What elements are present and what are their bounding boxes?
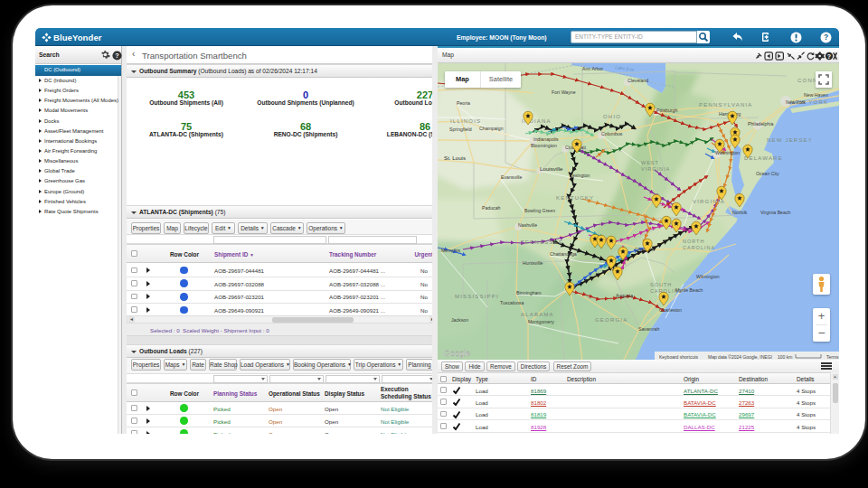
- svg-text:Keyboard shortcuts: Keyboard shortcuts: [659, 354, 699, 360]
- svg-text:Fort Wayne: Fort Wayne: [552, 89, 576, 95]
- svg-text:Virginia Beach: Virginia Beach: [760, 210, 790, 215]
- svg-text:Paducah: Paducah: [482, 205, 501, 211]
- svg-text:VIRGINIA: VIRGINIA: [693, 199, 725, 204]
- svg-text:Ocean City: Ocean City: [756, 171, 779, 176]
- svg-text:New Haven: New Haven: [804, 92, 828, 98]
- svg-text:Lexington: Lexington: [570, 173, 590, 178]
- svg-text:?: ?: [827, 53, 831, 60]
- svg-text:Indianapolis: Indianapolis: [533, 136, 559, 142]
- svg-text:TENNESSEE: TENNESSEE: [521, 239, 563, 245]
- svg-text:Ann Arbor: Ann Arbor: [582, 66, 603, 71]
- svg-text:MISSISSIPPI: MISSISSIPPI: [455, 294, 499, 299]
- svg-text:New York: New York: [786, 99, 806, 105]
- svg-text:Bloomington: Bloomington: [531, 143, 557, 148]
- svg-text:Peoria: Peoria: [457, 100, 470, 106]
- svg-text:ALABAMA: ALABAMA: [521, 312, 554, 317]
- svg-text:Cleveland: Cleveland: [627, 78, 648, 83]
- svg-text:Bowling Green: Bowling Green: [524, 208, 555, 213]
- svg-text:Springfield: Springfield: [449, 127, 472, 132]
- svg-text:Tuscaloosa: Tuscaloosa: [500, 300, 524, 305]
- svg-text:Savannah: Savannah: [638, 326, 659, 332]
- svg-text:NORTH: NORTH: [683, 239, 704, 244]
- svg-text:Champaign: Champaign: [479, 126, 504, 131]
- svg-text:WEST: WEST: [641, 160, 659, 165]
- svg-text:Augusta: Augusta: [616, 293, 633, 298]
- svg-text:Louisville: Louisville: [540, 165, 563, 172]
- svg-text:Evansville: Evansville: [501, 174, 522, 180]
- svg-text:Philadelphia: Philadelphia: [748, 121, 773, 127]
- svg-text:Terms: Terms: [826, 354, 839, 360]
- svg-text:Montgomery: Montgomery: [528, 319, 554, 324]
- svg-text:NEW JERSEY: NEW JERSEY: [767, 137, 813, 143]
- svg-text:DELAWARE: DELAWARE: [744, 155, 783, 161]
- svg-text:Wilmington: Wilmington: [696, 274, 720, 279]
- svg-text:Nashville: Nashville: [518, 222, 537, 228]
- svg-text:Map data ©2024 Google, INEGI: Map data ©2024 Google, INEGI: [708, 354, 772, 360]
- svg-text:KENTUCKY: KENTUCKY: [556, 195, 594, 201]
- svg-text:SOUTH: SOUTH: [650, 282, 672, 287]
- svg-text:Norfolk: Norfolk: [732, 210, 748, 215]
- svg-text:Huntsville: Huntsville: [523, 260, 543, 266]
- svg-text:Chattanooga: Chattanooga: [550, 251, 577, 257]
- svg-text:CAROLINA: CAROLINA: [683, 245, 715, 250]
- svg-text:Jackson: Jackson: [451, 317, 468, 323]
- svg-text:100 km: 100 km: [778, 354, 792, 360]
- svg-text:Columbus: Columbus: [601, 131, 623, 136]
- svg-text:St. Louis: St. Louis: [444, 155, 466, 161]
- svg-text:OHIO: OHIO: [603, 114, 621, 119]
- svg-text:?: ?: [115, 51, 118, 59]
- svg-text:GEORGIA: GEORGIA: [595, 317, 627, 323]
- svg-text:Charleston: Charleston: [659, 307, 682, 313]
- svg-text:?: ?: [824, 33, 828, 42]
- svg-text:Memphis: Memphis: [441, 248, 460, 253]
- svg-text:PENNSYLVANIA: PENNSYLVANIA: [699, 102, 753, 108]
- svg-text:Google: Google: [444, 349, 470, 358]
- svg-text:Myrtle Beach: Myrtle Beach: [675, 287, 703, 293]
- svg-text:Birmingham: Birmingham: [516, 290, 542, 296]
- svg-text:VIRGINIA: VIRGINIA: [641, 166, 670, 172]
- svg-text:Pittsburgh: Pittsburgh: [656, 108, 677, 113]
- svg-text:ILLINOIS: ILLINOIS: [450, 118, 481, 124]
